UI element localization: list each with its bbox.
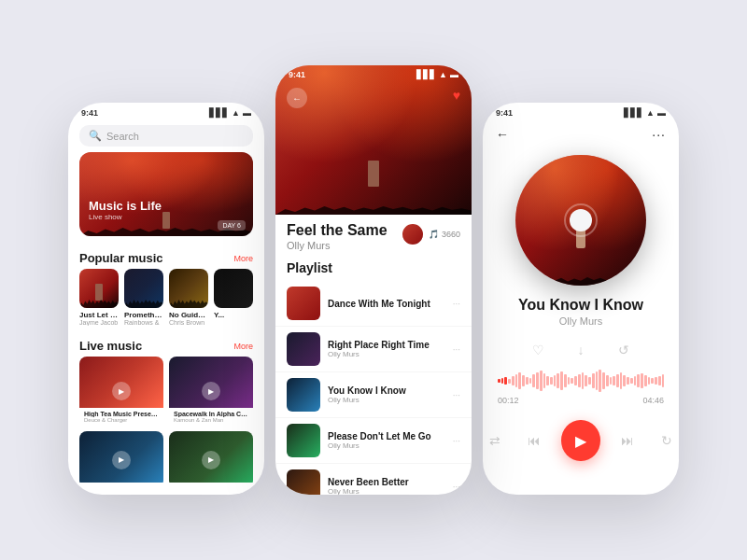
search-bar[interactable]: 🔍 Search <box>79 125 253 147</box>
music-card-2[interactable]: Prometheus Rainbows & <box>124 269 163 326</box>
live-thumb-4: ▶ <box>169 431 253 483</box>
waveform-bar-46 <box>658 376 661 385</box>
middle-fav-button[interactable]: ♥ <box>453 88 460 103</box>
live-more[interactable]: More <box>233 342 253 351</box>
pl-artist-2: Olly Murs <box>328 350 445 358</box>
waveform-bar-6 <box>518 372 521 389</box>
live-card-1[interactable]: ▶ High Tea Music Presents Deuce & Charge… <box>79 357 163 426</box>
signal-icon: ▋▋▋ <box>209 108 229 118</box>
track-artist: Olly Murs <box>498 315 664 327</box>
music-card-3[interactable]: No Guidance Chris Brown <box>169 269 208 326</box>
left-phone: 9:41 ▋▋▋ ▲ ▬ 🔍 Search Music is Life Live… <box>68 103 264 495</box>
waveform-bar-33 <box>613 376 615 385</box>
pl-more-4[interactable]: ··· <box>453 436 460 446</box>
playlist-item-3[interactable]: You Know I Know Olly Murs ··· <box>275 372 472 418</box>
play-overlay-3: ▶ <box>112 451 131 469</box>
pl-more-1[interactable]: ··· <box>453 299 460 309</box>
likes-count: 3660 <box>442 230 460 239</box>
next-button[interactable]: ⏭ <box>615 427 640 454</box>
track-actions: ♡ ↓ ↺ <box>483 334 679 366</box>
status-icons-right: ▋▋▋ ▲ ▬ <box>624 108 666 118</box>
waveform-bar-18 <box>560 371 563 390</box>
disc-container <box>483 146 679 293</box>
share-icon[interactable]: ↺ <box>613 340 634 360</box>
right-wifi: ▲ <box>646 108 655 118</box>
hero-banner[interactable]: Music is Life Live show DAY 6 <box>79 152 253 236</box>
live-info-2: Spacewalk In Alpha Cen Kamoun & Zan Man <box>169 408 253 426</box>
popular-more[interactable]: More <box>233 254 253 263</box>
middle-status-time: 9:41 <box>289 70 305 79</box>
like-icon[interactable]: ♡ <box>528 340 548 360</box>
play-pause-button[interactable]: ▶ <box>561 420 599 461</box>
music-card-1[interactable]: Just Let Go Jayme Jacob <box>79 269 119 326</box>
right-back-button[interactable]: ← <box>496 127 509 142</box>
waveform-bar-44 <box>651 378 654 384</box>
waveform[interactable] <box>498 370 664 392</box>
battery-icon: ▬ <box>243 108 251 118</box>
live-card-4[interactable]: ▶ <box>169 431 253 488</box>
pl-thumb-5 <box>287 469 320 495</box>
waveform-bar-31 <box>606 375 609 386</box>
waveform-bar-12 <box>540 371 543 391</box>
card-artist-3: Chris Brown <box>169 319 208 326</box>
search-icon: 🔍 <box>89 130 102 142</box>
pl-title-3: You Know I Know <box>328 385 445 396</box>
thumb-4 <box>214 269 253 308</box>
playlist-item-1[interactable]: Dance With Me Tonight ··· <box>275 281 472 327</box>
card-artist-1: Jayme Jacob <box>79 319 119 326</box>
waveform-bar-1 <box>501 378 504 384</box>
waveform-bar-4 <box>512 376 514 385</box>
waveform-bar-20 <box>568 377 571 385</box>
track-info: You Know I Know Olly Murs <box>483 293 679 334</box>
middle-back-button[interactable]: ← <box>287 88 307 108</box>
pl-more-2[interactable]: ··· <box>453 344 460 355</box>
waveform-bar-40 <box>637 374 640 387</box>
progress-section: 00:12 04:46 <box>483 366 679 413</box>
pl-info-4: Please Don't Let Me Go Olly Murs <box>328 431 445 450</box>
waveform-bar-26 <box>588 377 591 385</box>
live-card-2[interactable]: ▶ Spacewalk In Alpha Cen Kamoun & Zan Ma… <box>169 357 253 426</box>
waveform-bar-36 <box>623 375 626 386</box>
playlist-item-5[interactable]: Never Been Better Olly Murs ··· <box>275 464 472 495</box>
pl-more-5[interactable]: ··· <box>453 482 460 492</box>
music-card-4[interactable]: Y... <box>214 269 253 326</box>
pl-more-3[interactable]: ··· <box>453 390 460 400</box>
progress-times: 00:12 04:46 <box>498 396 664 405</box>
waveform-bar-14 <box>546 376 549 385</box>
waveform-bar-24 <box>582 372 585 389</box>
thumb-crowd-2 <box>124 294 163 308</box>
waveform-bar-5 <box>515 374 518 387</box>
middle-battery: ▬ <box>450 70 458 79</box>
live-thumb-2: ▶ <box>169 357 253 408</box>
pl-info-2: Right Place Right Time Olly Murs <box>328 340 445 358</box>
middle-status-icons: ▋▋▋ ▲ ▬ <box>416 70 458 79</box>
status-time-right: 9:41 <box>496 108 513 118</box>
right-header: ← ··· <box>483 119 679 146</box>
live-header: Live music More <box>68 333 264 357</box>
repeat-button[interactable]: ↻ <box>655 427 679 454</box>
right-more-button[interactable]: ··· <box>652 127 666 142</box>
pl-info-1: Dance With Me Tonight <box>328 299 445 309</box>
hero-day-badge: DAY 6 <box>218 220 246 231</box>
download-icon[interactable]: ↓ <box>571 340 591 360</box>
live-card-title-2: Spacewalk In Alpha Cen <box>174 411 248 417</box>
wifi-icon: ▲ <box>232 108 240 118</box>
popular-header: Popular music More <box>68 245 264 269</box>
live-music-grid: ▶ High Tea Music Presents Deuce & Charge… <box>68 357 264 488</box>
waveform-bar-21 <box>571 378 573 384</box>
live-card-3[interactable]: ▶ <box>79 431 163 488</box>
playlist-item-4[interactable]: Please Don't Let Me Go Olly Murs ··· <box>275 418 472 464</box>
waveform-bar-41 <box>641 373 643 388</box>
status-bar-right: 9:41 ▋▋▋ ▲ ▬ <box>483 103 679 119</box>
prev-button[interactable]: ⏮ <box>522 427 546 454</box>
pl-artist-5: Olly Murs <box>328 487 445 495</box>
waveform-bar-0 <box>498 379 500 383</box>
popular-music-grid: Just Let Go Jayme Jacob Prometheus Rainb… <box>68 269 264 333</box>
popular-title: Popular music <box>79 251 163 265</box>
waveform-bar-32 <box>610 377 613 385</box>
playlist-item-2[interactable]: Right Place Right Time Olly Murs ··· <box>275 327 472 372</box>
waveform-bar-28 <box>596 371 599 390</box>
card-title-1: Just Let Go <box>79 311 119 319</box>
shuffle-button[interactable]: ⇄ <box>483 427 507 454</box>
live-info-1: High Tea Music Presents Deuce & Charger <box>79 408 163 426</box>
